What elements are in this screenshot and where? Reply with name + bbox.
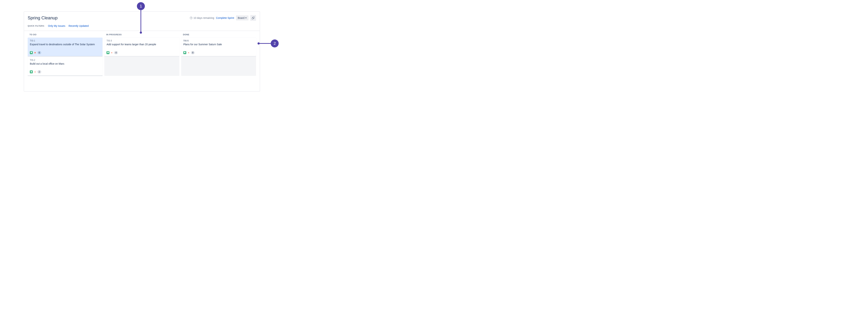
estimate-badge: 4 xyxy=(114,51,118,54)
fullscreen-button[interactable] xyxy=(250,15,256,21)
time-remaining: 10 days remaining xyxy=(190,17,214,19)
column-header: TO DO xyxy=(28,31,102,37)
complete-sprint-link[interactable]: Complete Sprint xyxy=(216,17,234,19)
priority-high-icon xyxy=(111,51,113,54)
priority-high-icon xyxy=(34,71,36,73)
priority-highest-icon xyxy=(34,51,36,54)
time-remaining-text: 10 days remaining xyxy=(193,17,214,19)
column-header: DONE xyxy=(181,31,256,37)
filter-only-my-issues[interactable]: Only My Issues xyxy=(48,24,65,27)
annotation-callout-2-number: 2 xyxy=(274,41,276,46)
annotation-callout-1-number: 1 xyxy=(140,4,142,8)
column-body[interactable]: TIS-5 Plans for our Summer Saturn Sale 8 xyxy=(181,37,256,76)
card-footer: 2 xyxy=(30,70,100,74)
issue-card[interactable]: TIS-5 Plans for our Summer Saturn Sale 8 xyxy=(181,38,256,56)
issue-title: Build out a local office on Mars xyxy=(30,62,100,66)
issue-key: TIS-2 xyxy=(30,59,100,61)
story-icon xyxy=(183,51,186,54)
chevron-down-icon xyxy=(245,18,247,19)
issue-key: TIS-5 xyxy=(183,39,254,42)
clock-icon xyxy=(190,17,192,19)
board-view-dropdown[interactable]: Board xyxy=(236,16,248,21)
column-body[interactable]: TIS-1 Expand travel to destinations outs… xyxy=(28,37,102,76)
column-in-progress: IN PROGRESS TIS-3 Add support for teams … xyxy=(104,31,179,76)
issue-title: Plans for our Summer Saturn Sale xyxy=(183,43,254,46)
estimate-badge: 8 xyxy=(191,51,195,54)
issue-key: TIS-3 xyxy=(106,39,177,42)
column-done: DONE TIS-5 Plans for our Summer Saturn S… xyxy=(181,31,256,76)
issue-card[interactable]: TIS-2 Build out a local office on Mars 2 xyxy=(28,57,102,76)
board-header: Spring Cleanup 10 days remaining Complet… xyxy=(24,12,260,27)
header-row: Spring Cleanup 10 days remaining Complet… xyxy=(28,15,256,21)
issue-title: Expand travel to destinations outside of… xyxy=(30,43,100,46)
annotation-line-2 xyxy=(258,43,271,44)
issue-card[interactable]: TIS-1 Expand travel to destinations outs… xyxy=(28,38,102,56)
card-footer: 4 xyxy=(106,51,177,54)
column-todo: TO DO TIS-1 Expand travel to destination… xyxy=(28,31,102,76)
story-icon xyxy=(106,51,110,54)
priority-high-icon xyxy=(187,51,190,54)
board-frame: Spring Cleanup 10 days remaining Complet… xyxy=(24,11,260,91)
annotation-callout-2: 2 xyxy=(271,39,279,48)
estimate-badge: 2 xyxy=(37,70,41,74)
column-body[interactable]: TIS-3 Add support for teams larger than … xyxy=(104,37,179,76)
quick-filters-label: QUICK FILTERS: xyxy=(28,25,45,27)
annotation-callout-1: 1 xyxy=(137,2,145,10)
issue-title: Add support for teams larger than 20 peo… xyxy=(106,43,177,46)
board-title: Spring Cleanup xyxy=(28,16,58,21)
filter-recently-updated[interactable]: Recently Updated xyxy=(68,24,89,27)
card-footer: 6 xyxy=(30,51,100,54)
board-view-label: Board xyxy=(238,17,245,19)
annotation-line-1 xyxy=(141,10,141,33)
annotation-dot-2 xyxy=(257,43,260,45)
issue-card[interactable]: TIS-3 Add support for teams larger than … xyxy=(104,38,179,56)
expand-icon xyxy=(252,17,254,19)
header-actions: 10 days remaining Complete Sprint Board xyxy=(190,15,256,21)
annotation-dot-1 xyxy=(140,31,142,34)
story-icon xyxy=(30,51,33,54)
issue-key: TIS-1 xyxy=(30,39,100,42)
columns-area: TO DO TIS-1 Expand travel to destination… xyxy=(24,31,260,80)
quick-filters-row: QUICK FILTERS: Only My Issues Recently U… xyxy=(28,24,256,27)
column-header: IN PROGRESS xyxy=(104,31,179,37)
card-footer: 8 xyxy=(183,51,254,54)
estimate-badge: 6 xyxy=(37,51,41,54)
story-icon xyxy=(30,71,33,73)
